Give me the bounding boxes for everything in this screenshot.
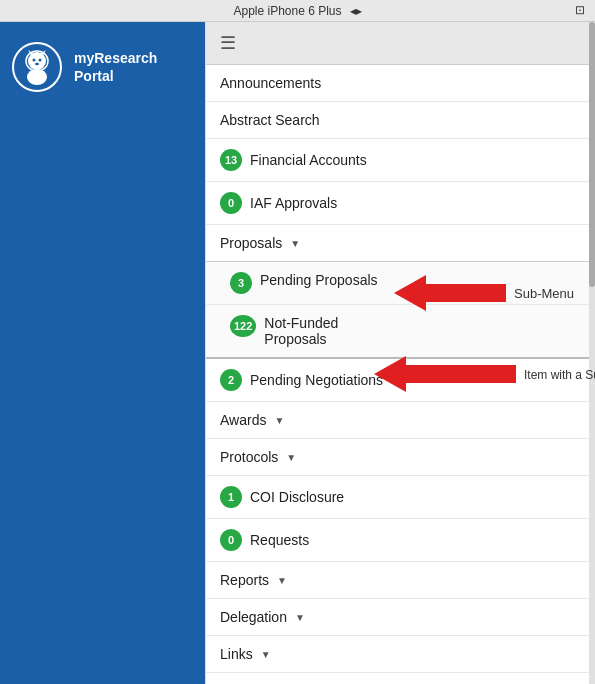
top-bar: Apple iPhone 6 Plus ◂▸ ⊡ (0, 0, 595, 22)
svg-point-5 (39, 59, 42, 62)
financial-accounts-label: Financial Accounts (250, 152, 367, 168)
pending-proposals-label: Pending Proposals (260, 272, 378, 288)
svg-point-0 (28, 52, 46, 70)
awards-dropdown-icon: ▼ (274, 415, 284, 426)
financial-accounts-badge: 13 (220, 149, 242, 171)
sidebar-logo: myResearch Portal (0, 32, 169, 112)
menu-item-pending-proposals[interactable]: 3 Pending Proposals (206, 262, 595, 305)
main-layout: myResearch Portal ☰ Announcements Abstra… (0, 22, 595, 684)
iaf-approvals-badge: 0 (220, 192, 242, 214)
awards-label: Awards (220, 412, 266, 428)
sidebar-title: myResearch Portal (74, 49, 157, 85)
pending-negotiations-badge: 2 (220, 369, 242, 391)
device-name: Apple iPhone 6 Plus (233, 4, 341, 18)
links-dropdown-icon: ▼ (261, 649, 271, 660)
scrollbar-thumb[interactable] (589, 22, 595, 287)
menu-item-coi-disclosure[interactable]: 1 COI Disclosure (206, 476, 595, 519)
scrollbar-track (589, 22, 595, 684)
menu-item-reports[interactable]: Reports ▼ (206, 562, 595, 599)
protocols-dropdown-icon: ▼ (286, 452, 296, 463)
menu-item-iaf-approvals[interactable]: 0 IAF Approvals (206, 182, 595, 225)
menu-item-not-funded-proposals[interactable]: 122 Not-FundedProposals (206, 305, 595, 359)
menu-item-financial-accounts[interactable]: 13 Financial Accounts (206, 139, 595, 182)
menu-item-links[interactable]: Links ▼ (206, 636, 595, 673)
delegation-label: Delegation (220, 609, 287, 625)
svg-point-4 (33, 59, 36, 62)
logo-circle (12, 42, 62, 92)
lion-logo-icon (17, 47, 57, 87)
delegation-dropdown-icon: ▼ (295, 612, 305, 623)
reports-dropdown-icon: ▼ (277, 575, 287, 586)
announcements-label: Announcements (220, 75, 321, 91)
coi-disclosure-badge: 1 (220, 486, 242, 508)
airplay-icon: ⊡ (575, 3, 585, 17)
sidebar: myResearch Portal (0, 22, 205, 684)
pending-negotiations-label: Pending Negotiations (250, 372, 383, 388)
menu-header: ☰ (206, 22, 595, 65)
requests-label: Requests (250, 532, 309, 548)
requests-badge: 0 (220, 529, 242, 551)
abstract-search-label: Abstract Search (220, 112, 320, 128)
menu-item-abstract-search[interactable]: Abstract Search (206, 102, 595, 139)
iaf-approvals-label: IAF Approvals (250, 195, 337, 211)
menu-item-protocols[interactable]: Protocols ▼ (206, 439, 595, 476)
proposals-label: Proposals (220, 235, 282, 251)
reports-label: Reports (220, 572, 269, 588)
protocols-label: Protocols (220, 449, 278, 465)
not-funded-proposals-badge: 122 (230, 315, 256, 337)
hamburger-icon[interactable]: ☰ (220, 33, 236, 53)
links-label: Links (220, 646, 253, 662)
svg-point-6 (35, 63, 39, 65)
menu-item-feedback[interactable]: Feedback (206, 673, 595, 684)
not-funded-proposals-label: Not-FundedProposals (264, 315, 338, 347)
menu-item-requests[interactable]: 0 Requests (206, 519, 595, 562)
menu-item-announcements[interactable]: Announcements (206, 65, 595, 102)
menu-item-proposals[interactable]: Proposals ▼ (206, 225, 595, 262)
pending-proposals-badge: 3 (230, 272, 252, 294)
menu-panel[interactable]: ☰ Announcements Abstract Search 13 Finan… (205, 22, 595, 684)
menu-item-delegation[interactable]: Delegation ▼ (206, 599, 595, 636)
device-arrow: ◂▸ (350, 4, 362, 18)
coi-disclosure-label: COI Disclosure (250, 489, 344, 505)
proposals-dropdown-icon: ▼ (290, 238, 300, 249)
menu-item-awards[interactable]: Awards ▼ (206, 402, 595, 439)
menu-item-pending-negotiations[interactable]: 2 Pending Negotiations (206, 359, 595, 402)
